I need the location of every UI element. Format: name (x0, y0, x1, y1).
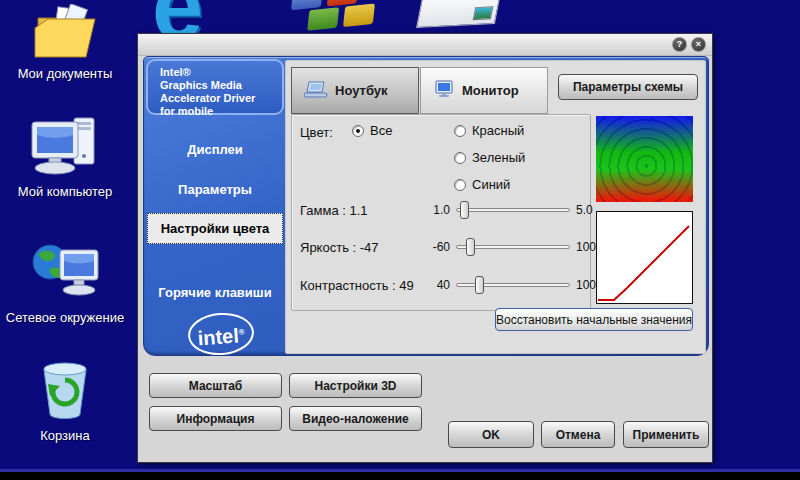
slider-thumb[interactable] (466, 238, 475, 256)
intel-logo-panel: Intel® Graphics Media Accelerator Driver… (146, 59, 284, 115)
help-icon[interactable]: ? (672, 37, 687, 52)
sidebar-item-displays[interactable]: Дисплеи (146, 142, 284, 157)
video-overlay-button[interactable]: Видео-наложение (289, 406, 422, 431)
contrast-label: Контрастность : 49 (300, 278, 414, 293)
content-panel: Ноутбук Монитор Параметры схемы Цвет: (285, 60, 706, 354)
slider-thumb[interactable] (460, 201, 469, 219)
sidebar-item-parameters[interactable]: Параметры (146, 182, 284, 197)
recycle-bin-icon (36, 356, 94, 426)
desktop-icon-network-places[interactable]: Сетевое окружение (0, 240, 130, 325)
logo-line: Intel® (160, 66, 282, 79)
brightness-min: -60 (416, 240, 450, 254)
flag-pane (343, 3, 375, 26)
radio-blue[interactable]: Синий (454, 177, 510, 192)
window-thumbnail (473, 6, 494, 20)
contrast-slider-row: Контрастность : 49 40 100 (292, 275, 592, 295)
desktop-icon-label: Корзина (0, 428, 130, 443)
scheme-parameters-button[interactable]: Параметры схемы (558, 74, 698, 100)
tab-label: Монитор (462, 83, 519, 98)
tab-monitor[interactable]: Монитор (420, 67, 548, 114)
color-settings-group: Цвет: Все Красный Зеленый Синий (291, 114, 591, 311)
gamma-slider[interactable] (456, 208, 570, 212)
desktop-icon-my-documents[interactable]: Мои документы (0, 4, 130, 81)
radio-icon (454, 152, 466, 164)
slider-thumb[interactable] (475, 276, 484, 294)
radio-red[interactable]: Красный (454, 123, 524, 138)
dialog-titlebar[interactable]: ? × (138, 34, 712, 56)
information-button[interactable]: Информация (149, 406, 282, 431)
logo-line: Graphics Media (160, 79, 282, 92)
screen-bottom-strip (0, 472, 800, 480)
apply-button[interactable]: Применить (623, 421, 709, 448)
color-preview-image (596, 116, 693, 202)
radio-icon (454, 179, 466, 191)
desktop-icon-label: Мои документы (0, 66, 130, 81)
brightness-slider-row: Яркость : -47 -60 100 (292, 237, 592, 257)
laptop-icon (304, 81, 328, 101)
close-icon[interactable]: × (691, 37, 706, 52)
tab-label: Ноутбук (335, 83, 388, 98)
radio-all-colors[interactable]: Все (352, 123, 392, 138)
gamma-curve-preview (596, 211, 693, 304)
restore-defaults-button[interactable]: Восстановить начальные значения (495, 308, 693, 331)
ok-button[interactable]: OK (448, 421, 534, 448)
desktop-icon-recycle-bin[interactable]: Корзина (0, 356, 130, 443)
windows-flag-icon[interactable] (291, 0, 373, 34)
gamma-min: 1.0 (416, 203, 450, 217)
radio-icon (454, 125, 466, 137)
scale-button[interactable]: Масштаб (149, 373, 282, 398)
radio-icon (352, 125, 364, 137)
network-globe-icon (30, 240, 100, 308)
computer-icon (30, 116, 100, 182)
monitor-icon (433, 80, 455, 101)
window-preview-icon[interactable] (416, 0, 502, 28)
desktop-icon-label: Сетевое окружение (0, 310, 130, 325)
intel-driver-dialog: ? × Intel® Graphics Media Accelerator Dr… (137, 33, 713, 463)
sidebar-item-color-settings[interactable]: Настройки цвета (147, 213, 283, 244)
gamma-slider-row: Гамма : 1.1 1.0 5.0 (292, 200, 592, 220)
contrast-slider[interactable] (456, 283, 570, 287)
tab-notebook[interactable]: Ноутбук (291, 67, 419, 114)
desktop-icon-my-computer[interactable]: Мой компьютер (0, 116, 130, 199)
logo-line: Accelerator Driver (160, 92, 282, 105)
intel-brand-logo: intel® (187, 311, 256, 358)
intel-blue-panel: Intel® Graphics Media Accelerator Driver… (143, 56, 709, 356)
radio-green[interactable]: Зеленый (454, 150, 525, 165)
flag-pane (307, 7, 339, 30)
folder-documents-icon (32, 4, 98, 64)
cancel-button[interactable]: Отмена (541, 421, 615, 448)
settings-3d-button[interactable]: Настройки 3D (289, 373, 422, 398)
sidebar-item-hotkeys[interactable]: Горячие клавиши (146, 285, 284, 300)
brightness-label: Яркость : -47 (300, 240, 379, 255)
desktop-icon-label: Мой компьютер (0, 184, 130, 199)
gamma-label: Гамма : 1.1 (300, 203, 368, 218)
contrast-min: 40 (416, 278, 450, 292)
logo-line: for mobile (160, 105, 282, 118)
brightness-slider[interactable] (456, 245, 570, 249)
color-label: Цвет: (300, 125, 333, 140)
